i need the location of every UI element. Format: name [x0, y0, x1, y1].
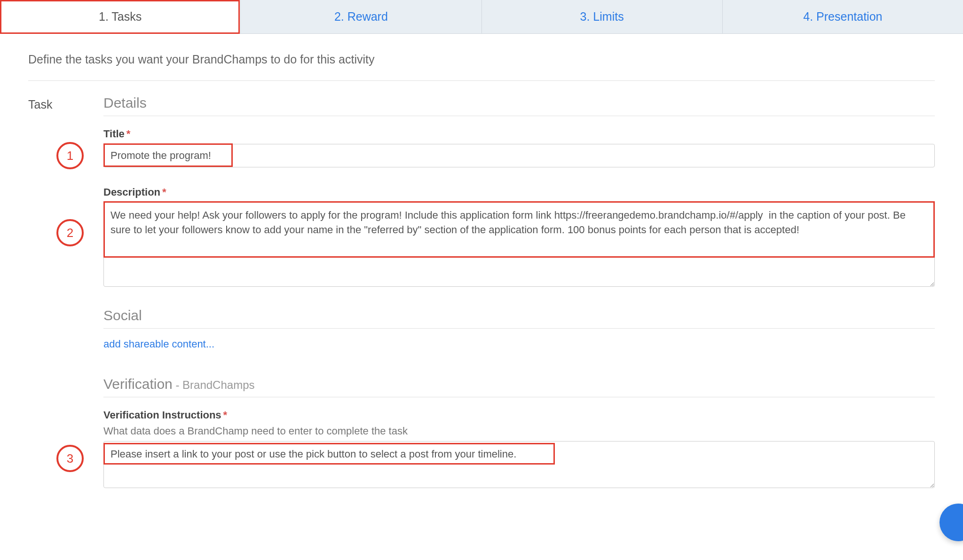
title-label-text: Title: [103, 128, 125, 140]
callout-2: 2: [56, 219, 84, 246]
verification-title-sub: - BrandChamps: [173, 379, 255, 391]
verification-label: Verification Instructions*: [103, 409, 935, 421]
add-shareable-link[interactable]: add shareable content...: [103, 338, 214, 350]
field-title: 1 Title*: [103, 128, 935, 167]
field-description: 2 Description*: [103, 186, 935, 289]
field-verification: 3 Verification Instructions* What data d…: [103, 409, 935, 490]
tab-tasks[interactable]: 1. Tasks: [0, 0, 241, 33]
title-input[interactable]: [103, 144, 935, 167]
description-label: Description*: [103, 186, 935, 198]
callout-1: 1: [56, 142, 84, 169]
required-asterisk: *: [223, 409, 228, 421]
wizard-tabs: 1. Tasks 2. Reward 3. Limits 4. Presenta…: [0, 0, 963, 34]
content-area: Define the tasks you want your BrandCham…: [0, 34, 963, 509]
verification-helper: What data does a BrandChamp need to ente…: [103, 425, 935, 437]
tab-limits[interactable]: 3. Limits: [482, 0, 723, 33]
intro-text: Define the tasks you want your BrandCham…: [28, 53, 935, 81]
verification-input[interactable]: [103, 441, 935, 488]
title-label: Title*: [103, 128, 935, 140]
tab-presentation[interactable]: 4. Presentation: [723, 0, 963, 33]
section-social-title: Social: [103, 308, 935, 329]
required-asterisk: *: [126, 128, 131, 140]
verification-title-main: Verification: [103, 376, 173, 392]
verification-label-text: Verification Instructions: [103, 409, 221, 421]
help-chat-icon[interactable]: [939, 504, 963, 541]
description-label-text: Description: [103, 186, 160, 198]
required-asterisk: *: [162, 186, 166, 198]
section-details-title: Details: [103, 95, 935, 116]
tab-reward[interactable]: 2. Reward: [241, 0, 482, 33]
section-verification-title: Verification - BrandChamps: [103, 376, 935, 397]
callout-3: 3: [56, 445, 84, 472]
field-social: add shareable content...: [103, 340, 935, 350]
description-input[interactable]: [103, 202, 935, 287]
